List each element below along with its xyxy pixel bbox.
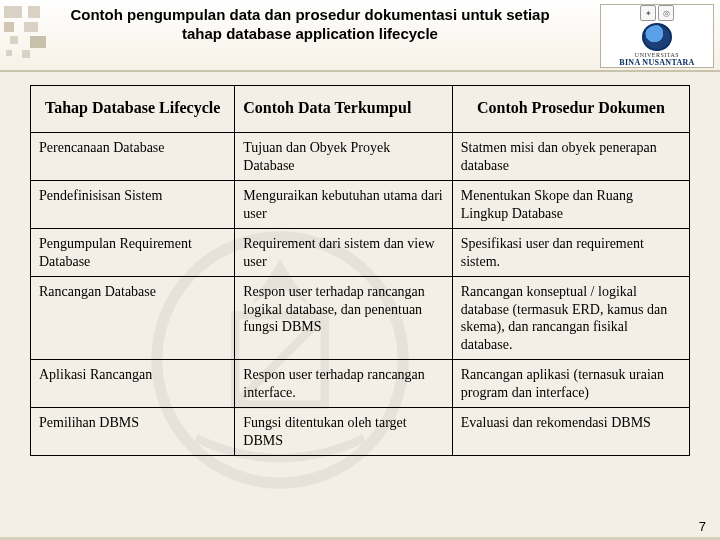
header-divider xyxy=(0,70,720,72)
badge-icon: ◎ xyxy=(658,5,674,21)
crest-icon xyxy=(642,23,672,51)
table-row: Rancangan Database Respon user terhadap … xyxy=(31,277,690,360)
cell: Rancangan Database xyxy=(31,277,235,360)
cell: Requirement dari sistem dan view user xyxy=(235,229,452,277)
cell: Fungsi ditentukan oleh target DBMS xyxy=(235,408,452,456)
col-header-2: Contoh Data Terkumpul xyxy=(235,86,452,133)
cell: Evaluasi dan rekomendasi DBMS xyxy=(452,408,689,456)
cell: Menguraikan kebutuhan utama dari user xyxy=(235,181,452,229)
cell: Respon user terhadap rancangan logikal d… xyxy=(235,277,452,360)
col-header-1: Tahap Database Lifecycle xyxy=(31,86,235,133)
cell: Pemilihan DBMS xyxy=(31,408,235,456)
table-row: Perencanaan Database Tujuan dan Obyek Pr… xyxy=(31,133,690,181)
logo-line2: BINA NUSANTARA xyxy=(619,58,694,67)
main-table: Tahap Database Lifecycle Contoh Data Ter… xyxy=(30,85,690,456)
slide-title: Contoh pengumpulan data dan prosedur dok… xyxy=(60,6,560,44)
cell: Statmen misi dan obyek penerapan databas… xyxy=(452,133,689,181)
cell: Pendefinisisan Sistem xyxy=(31,181,235,229)
page-number: 7 xyxy=(699,519,706,534)
badge-icon: ✦ xyxy=(640,5,656,21)
table-row: Pengumpulan Requirement Database Require… xyxy=(31,229,690,277)
table-header-row: Tahap Database Lifecycle Contoh Data Ter… xyxy=(31,86,690,133)
cell: Tujuan dan Obyek Proyek Database xyxy=(235,133,452,181)
col-header-3: Contoh Prosedur Dokumen xyxy=(452,86,689,133)
cell: Aplikasi Rancangan xyxy=(31,360,235,408)
cell: Pengumpulan Requirement Database xyxy=(31,229,235,277)
table-row: Pendefinisisan Sistem Menguraikan kebutu… xyxy=(31,181,690,229)
cell: Rancangan konseptual / logikal database … xyxy=(452,277,689,360)
cell: Perencanaan Database xyxy=(31,133,235,181)
university-logo: ✦ ◎ UNIVERSITAS BINA NUSANTARA xyxy=(600,4,714,68)
table-row: Aplikasi Rancangan Respon user terhadap … xyxy=(31,360,690,408)
cell: Respon user terhadap rancangan interface… xyxy=(235,360,452,408)
cell: Rancangan aplikasi (ternasuk uraian prog… xyxy=(452,360,689,408)
table-row: Pemilihan DBMS Fungsi ditentukan oleh ta… xyxy=(31,408,690,456)
cell: Menentukan Skope dan Ruang Lingkup Datab… xyxy=(452,181,689,229)
cell: Spesifikasi user dan requirement sistem. xyxy=(452,229,689,277)
